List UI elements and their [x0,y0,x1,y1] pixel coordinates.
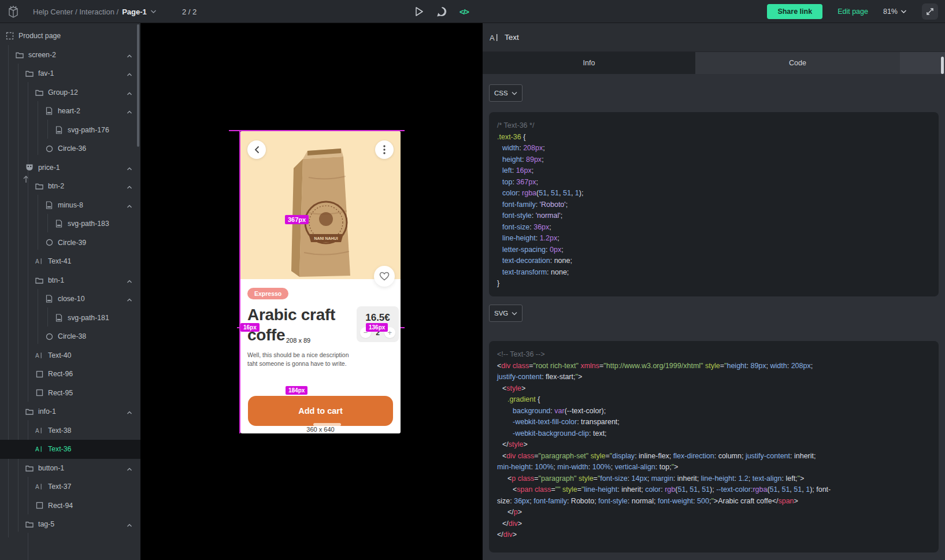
app-logo-icon[interactable] [5,3,22,20]
code-line: <p class="paragraph" style="font-size: 1… [497,473,931,485]
chevron-up-icon[interactable] [126,465,133,475]
layer-row-tag-5[interactable]: tag-5 [0,515,140,534]
chevron-up-icon[interactable] [126,107,133,118]
layer-row-circle-36[interactable]: Circle-36 [0,139,140,158]
tab-info[interactable]: Info [483,52,695,74]
svg-code-block[interactable]: <!-- Text-36 --><div class="root rich-te… [489,341,939,552]
circle-layer-icon [45,144,53,153]
chevron-down-icon [150,9,157,14]
layer-row-product page[interactable]: Product page [0,27,140,46]
layer-row-svg-path-183[interactable]: svg-path-183 [0,214,140,233]
layer-row-info-1[interactable]: info-1 [0,402,140,421]
layers-panel: Product pagescreen-2fav-1Group-12heart-2… [0,23,140,560]
svgfile-layer-icon [45,295,53,303]
layer-row-svg-path-181[interactable]: svg-path-181 [0,309,140,328]
rect-layer-icon [35,370,43,378]
layer-label: Text-37 [48,483,71,491]
layer-row-rect-95[interactable]: Rect-95 [0,384,140,403]
svgfile-layer-icon [45,201,53,209]
layer-row-group-12[interactable]: Group-12 [0,83,140,102]
circle-layer-icon [45,332,53,340]
description-line: taht someone is gonna have to write. [247,359,349,368]
chevron-up-icon[interactable] [126,277,133,287]
code-line: </div> [497,518,931,530]
layer-row-fav-1[interactable]: fav-1 [0,64,140,83]
chevron-up-icon[interactable] [126,521,133,531]
layer-label: price-1 [38,164,60,172]
layer-row-heart-2[interactable]: heart-2 [0,102,140,121]
layer-row-text-40[interactable]: AText-40 [0,346,140,365]
layer-row-btn-2[interactable]: btn-2 [0,177,140,196]
back-button[interactable] [247,140,266,159]
layer-label: screen-2 [28,51,56,59]
layer-row-button-1[interactable]: button-1 [0,459,140,478]
layer-row-price-1[interactable]: price-1 [0,158,140,177]
layer-row-text-41[interactable]: AText-41 [0,252,140,271]
layer-row-text-37[interactable]: AText-37 [0,477,140,496]
measurement-label-bottom: 184px [286,386,307,395]
inspector-scrollbar[interactable] [941,57,944,74]
layer-label: Rect-96 [48,370,73,378]
layer-row-text-38[interactable]: AText-38 [0,421,140,440]
tree-guide-line [28,533,28,560]
inspector-tabs: Info Code [483,52,945,74]
layer-label: btn-2 [48,182,64,190]
play-icon[interactable] [413,5,425,18]
layer-label: fav-1 [38,69,54,77]
layer-row-rect-94[interactable]: Rect-94 [0,496,140,516]
folder-layer-icon [35,88,43,97]
chevron-up-icon[interactable] [126,70,133,80]
text-layer-icon: A [490,33,500,42]
chevron-up-icon[interactable] [126,408,133,418]
code-line: </style> [497,439,931,451]
tab-code[interactable]: Code [695,52,900,74]
product-page-artboard: NANI NAHUI Expresso Arabic craft coffe 2… [240,131,401,433]
layer-label: Text-38 [48,427,71,435]
share-link-button[interactable]: Share link [767,4,822,19]
layer-label: Product page [18,32,61,40]
category-tag[interactable]: Expresso [247,288,288,299]
code-line: text-transform: none; [497,267,931,279]
layer-row-circle-38[interactable]: Circle-38 [0,327,140,346]
edit-page-link[interactable]: Edit page [837,8,868,16]
layer-row-minus-8[interactable]: minus-8 [0,196,140,215]
chevron-up-icon[interactable] [126,202,133,212]
layer-row-screen-2[interactable]: screen-2 [0,46,140,65]
layer-label: svg-path-176 [68,126,109,134]
page-counter: 2 / 2 [182,0,197,23]
design-canvas[interactable]: NANI NAHUI Expresso Arabic craft coffe 2… [140,23,483,560]
layer-label: tag-5 [38,520,54,528]
svg-language-dropdown[interactable]: SVG [489,305,522,322]
code-mode-icon[interactable]: </> [458,5,470,18]
chevron-up-icon[interactable] [126,89,133,99]
css-language-dropdown[interactable]: CSS [489,84,522,102]
chevron-up-icon[interactable] [126,183,133,193]
chevron-up-icon[interactable] [126,295,133,306]
breadcrumb[interactable]: Help Center / Interaction / Page-1 [33,0,157,23]
svg-text:A: A [35,353,39,359]
layer-row-btn-1[interactable]: btn-1 [0,271,140,290]
code-line: <!-- Text-36 --> [497,349,931,361]
code-line: background: var(--text-color); [497,406,931,417]
app-window: Help Center / Interaction / Page-1 2 / 2… [0,0,945,560]
layer-row-text-36[interactable]: AText-36 [0,440,140,459]
layer-row-rect-96[interactable]: Rect-96 [0,365,140,384]
favorite-button[interactable] [374,266,395,287]
chevron-up-icon[interactable] [126,164,133,175]
layer-row-circle-39[interactable]: Circle-39 [0,233,140,253]
zoom-control[interactable]: 81% [883,8,907,16]
code-line: top: 367px; [497,177,931,188]
comment-icon[interactable] [435,5,448,18]
svg-text:A: A [35,258,39,265]
chevron-up-icon[interactable] [126,51,133,62]
css-code-block[interactable]: /* Text-36 */.text-36 {width: 208px;heig… [489,112,939,296]
layer-label: Text-41 [48,257,71,265]
frame-layer-icon [6,32,14,40]
folder-layer-icon [25,69,34,77]
layer-row-close-10[interactable]: close-10 [0,290,140,309]
fullscreen-button[interactable] [922,3,938,20]
layer-row-svg-path-176[interactable]: svg-path-176 [0,121,140,140]
add-to-cart-button[interactable]: Add to cart [248,396,393,426]
more-options-button[interactable] [375,140,394,159]
code-line: letter-spacing: 0px; [497,244,931,256]
